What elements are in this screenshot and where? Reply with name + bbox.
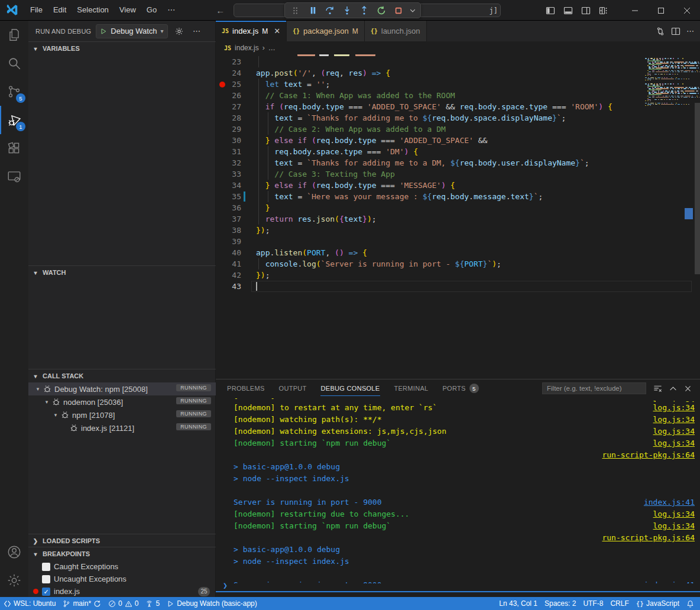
console-source-link[interactable]: index.js:41 (644, 497, 695, 508)
chevron-down-icon[interactable]: ▾ (33, 386, 43, 392)
code-line[interactable]: 25 let text = ''; (216, 79, 700, 90)
line-number[interactable]: 33 (216, 168, 241, 180)
git-branch-indicator[interactable]: main* (59, 597, 105, 610)
debug-console-input[interactable]: ❯ (216, 579, 700, 592)
menu-item[interactable]: File (25, 3, 48, 17)
console-source-link[interactable]: run-script-pkg.js:64 (602, 532, 695, 544)
console-row[interactable]: > basic-app@1.0.0 debug (216, 544, 700, 556)
activity-item-explorer[interactable] (0, 21, 28, 49)
code-line[interactable]: 36 } (216, 202, 700, 213)
menu-item[interactable]: Go (141, 3, 162, 17)
call-stack-row[interactable]: ▾Debug Watch: npm [25008]RUNNING (28, 382, 216, 395)
line-number[interactable]: 36 (216, 202, 241, 213)
panel-tab-problems[interactable]: PROBLEMS (226, 379, 265, 397)
toggle-sidebar-icon[interactable] (543, 4, 558, 17)
remote-indicator[interactable]: WSL: Ubuntu (0, 597, 59, 610)
code-line[interactable]: 28 text = `Thanks for adding me to ${req… (216, 112, 700, 124)
activity-item-run-and-debug[interactable]: 1 (0, 106, 28, 134)
menu-item[interactable]: Edit (48, 3, 72, 17)
eol-sequence[interactable]: CRLF (607, 597, 632, 610)
console-source-link[interactable]: log.js:34 (653, 414, 695, 426)
console-row[interactable]: Server is running in port - 9000index.js… (216, 497, 700, 508)
code-line[interactable]: 39 (216, 236, 700, 247)
code-line[interactable]: 31 req.body.space.type === 'DM') { (216, 146, 700, 157)
sidebar-more-actions-icon[interactable]: ⋯ (190, 25, 203, 38)
breadcrumb-file[interactable]: index.js (235, 44, 259, 52)
line-number[interactable]: 24 (216, 67, 241, 79)
console-source-link[interactable]: log.js:34 (653, 520, 695, 532)
notifications-bell[interactable] (683, 597, 700, 610)
problems-indicator[interactable]: 0 0 (105, 597, 142, 610)
indentation[interactable]: Spaces: 2 (541, 597, 579, 610)
activity-item-search[interactable] (0, 49, 28, 77)
line-number[interactable]: 43 (216, 281, 241, 292)
code-line[interactable]: 41 console.log(`Server is running in por… (216, 258, 700, 270)
console-source-link[interactable]: log.js:34 (653, 508, 695, 520)
line-number[interactable]: 32 (216, 157, 241, 168)
panel-tab-debug-console[interactable]: DEBUG CONSOLE (320, 379, 381, 397)
customize-layout-icon[interactable] (596, 4, 611, 17)
close-panel-icon[interactable] (684, 385, 692, 392)
activity-item-source-control[interactable]: 5 (0, 77, 28, 106)
line-number[interactable]: 40 (216, 247, 241, 258)
line-number[interactable]: 34 (216, 180, 241, 191)
watch-header[interactable]: ▾ WATCH (28, 266, 216, 279)
code-line[interactable]: 30 } else if (req.body.type === 'ADDED_T… (216, 135, 700, 146)
ports-indicator[interactable]: 5 (142, 597, 163, 610)
line-number[interactable]: 23 (216, 56, 241, 67)
debug-settings-gear-icon[interactable] (173, 25, 186, 38)
console-row[interactable]: run-script-pkg.js:64 (216, 532, 700, 544)
maximize-button[interactable] (648, 0, 674, 21)
console-row[interactable]: [nodemon] to restart at any time, enter … (216, 402, 700, 414)
editor-scrollbar[interactable] (695, 103, 700, 274)
console-row[interactable]: > basic-app@1.0.0 debug (216, 461, 700, 473)
console-filter-input[interactable]: Filter (e.g. text, !exclude) (542, 382, 646, 394)
chevron-down-icon[interactable]: ▾ (51, 412, 60, 418)
console-row[interactable] (216, 567, 700, 579)
code-line[interactable]: 27 if (req.body.type === 'ADDED_TO_SPACE… (216, 101, 700, 112)
console-row[interactable]: [nodemon] watching path(s): **/*log.js:3… (216, 414, 700, 426)
code-line[interactable]: 32 text = `Thanks for adding me to a DM,… (216, 157, 700, 168)
clear-console-icon[interactable] (653, 384, 662, 393)
pause-icon[interactable] (305, 4, 320, 17)
call-stack-row[interactable]: ▾nodemon [25036]RUNNING (28, 395, 216, 408)
code-line[interactable]: 40app.listen(PORT, () => { (216, 247, 700, 258)
open-changes-icon[interactable] (656, 27, 665, 36)
breakpoint-checkbox[interactable]: ✓ (42, 588, 50, 596)
panel-tab-terminal[interactable]: TERMINAL (393, 379, 429, 397)
line-number[interactable]: 37 (216, 213, 241, 225)
tab-package.json[interactable]: {}package.jsonM (287, 21, 365, 41)
editor-more-actions-icon[interactable]: ⋯ (686, 27, 694, 35)
drag-grip-icon[interactable] (288, 4, 303, 17)
breakpoints-header[interactable]: ▾ BREAKPOINTS (28, 547, 216, 560)
line-number[interactable]: 42 (216, 270, 241, 281)
code-line[interactable]: 29 // Case 2: When App was added to a DM (216, 124, 700, 135)
call-stack-row[interactable]: ▾npm [21078]RUNNING (28, 408, 216, 421)
loaded-scripts-header[interactable]: ❯ LOADED SCRIPTS (28, 534, 216, 547)
step-over-icon[interactable] (322, 4, 338, 17)
accounts-icon[interactable] (0, 538, 28, 566)
breadcrumb-more[interactable]: … (268, 44, 276, 52)
breakpoint-row[interactable]: ✓index.js25 (28, 585, 216, 598)
code-line[interactable]: 43 (216, 281, 700, 292)
code-editor[interactable]: 2324app.post('/', (req, res) => {25 let … (216, 54, 700, 379)
step-out-icon[interactable] (357, 4, 372, 17)
breakpoint-checkbox[interactable] (42, 563, 50, 571)
split-editor-icon[interactable] (671, 27, 680, 36)
code-line[interactable]: 34 } else if (req.body.type === 'MESSAGE… (216, 180, 700, 191)
code-line[interactable]: 42}); (216, 270, 700, 281)
console-row[interactable]: [nodemon] starting `npm run debug`log.js… (216, 437, 700, 449)
line-number[interactable]: 39 (216, 236, 241, 247)
line-number[interactable]: 30 (216, 135, 241, 146)
line-number[interactable]: 31 (216, 146, 241, 157)
code-line[interactable]: 33 // Case 3: Texting the App (216, 168, 700, 180)
menu-item[interactable]: ⋯ (162, 3, 180, 17)
menu-item[interactable]: Selection (72, 3, 114, 17)
breakpoint-checkbox[interactable] (42, 575, 50, 583)
code-line[interactable]: 26 // Case 1: When App was added to the … (216, 90, 700, 101)
encoding[interactable]: UTF-8 (579, 597, 607, 610)
code-line[interactable]: 37 return res.json({text}); (216, 213, 700, 225)
language-mode[interactable]: {} JavaScript (633, 597, 683, 610)
variables-header[interactable]: ▾ VARIABLES (28, 42, 216, 55)
settings-gear-icon[interactable] (0, 566, 28, 595)
